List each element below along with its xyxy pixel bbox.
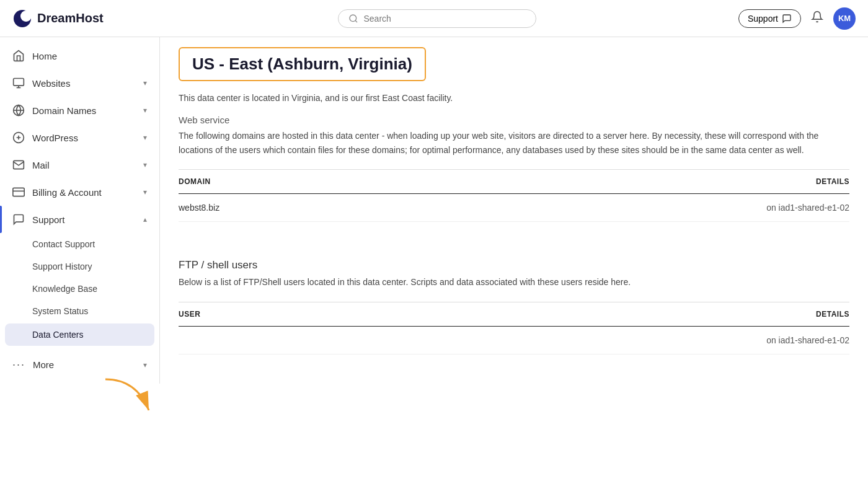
search-icon	[348, 14, 358, 24]
chevron-wordpress: ▾	[143, 133, 147, 142]
sidebar-item-more[interactable]: ··· More ▾	[0, 351, 159, 379]
label-system-status: System Status	[32, 306, 88, 316]
details-col-header: DETAILS	[816, 177, 849, 186]
chat-icon	[782, 14, 792, 24]
datacenter-description: This data center is located in Virginia,…	[179, 91, 849, 105]
sidebar-item-domain-names[interactable]: Domain Names ▾	[0, 97, 159, 124]
websites-icon	[12, 77, 25, 89]
svg-rect-4	[14, 79, 24, 86]
section-separator	[160, 240, 868, 259]
label-data-centers: Data Centers	[32, 330, 83, 340]
ftp-table: USER DETAILS on iad1-shared-e1-02	[179, 302, 849, 354]
sidebar-label-domain-names: Domain Names	[32, 105, 96, 116]
sidebar-item-support[interactable]: Support ▴	[0, 206, 159, 233]
header-search	[136, 9, 738, 28]
ftp-detail-value: on iad1-shared-e1-02	[766, 335, 849, 345]
logo-icon	[12, 9, 32, 29]
svg-line-3	[356, 20, 358, 22]
domain-table: DOMAIN DETAILS webst8.biz on iad1-shared…	[179, 169, 849, 222]
mail-icon	[12, 159, 25, 171]
main-content: US - East (Ashburn, Virginia) This data …	[160, 37, 868, 484]
home-icon	[12, 50, 25, 62]
header: DreamHost Support KM	[0, 0, 868, 37]
wordpress-icon	[12, 131, 25, 144]
label-support-history: Support History	[32, 262, 92, 271]
chevron-billing: ▾	[143, 188, 147, 196]
logo-area: DreamHost	[12, 9, 136, 29]
chevron-mail: ▾	[143, 161, 147, 169]
notifications-button[interactable]	[808, 8, 826, 29]
domain-col-header: DOMAIN	[179, 177, 211, 186]
user-col-header: USER	[179, 310, 200, 319]
sidebar-label-wordpress: WordPress	[32, 133, 78, 143]
support-label: Support	[748, 14, 778, 24]
sidebar-wrapper: Home Websites ▾ Domain Names ▾ WordPress…	[0, 37, 160, 484]
sidebar-label-websites: Websites	[32, 78, 70, 89]
domain-table-header: DOMAIN DETAILS	[179, 170, 849, 194]
sidebar-label-support: Support	[32, 214, 65, 225]
sidebar-label-home: Home	[32, 51, 57, 61]
sidebar-item-system-status[interactable]: System Status	[0, 300, 159, 322]
sidebar-label-more: More	[33, 359, 54, 370]
sidebar: Home Websites ▾ Domain Names ▾ WordPress…	[0, 37, 160, 384]
chevron-domain-names: ▾	[143, 106, 147, 115]
ftp-section-title: FTP / shell users	[179, 259, 849, 271]
sidebar-label-billing: Billing & Account	[32, 187, 102, 198]
support-nav-icon	[12, 213, 25, 226]
globe-icon	[12, 104, 25, 117]
svg-point-2	[350, 15, 356, 22]
ftp-section: FTP / shell users Below is a list of FTP…	[160, 259, 868, 372]
ftp-table-row: on iad1-shared-e1-02	[179, 327, 849, 354]
more-dots: ···	[12, 358, 25, 371]
label-contact-support: Contact Support	[32, 239, 95, 249]
chevron-websites: ▾	[143, 79, 147, 87]
page-title-box: US - East (Ashburn, Virginia)	[179, 47, 426, 81]
logo-text: DreamHost	[37, 11, 104, 25]
billing-icon	[12, 186, 25, 198]
chevron-more: ▾	[143, 361, 147, 369]
web-service-desc: The following domains are hosted in this…	[179, 129, 849, 157]
sidebar-item-contact-support[interactable]: Contact Support	[0, 233, 159, 255]
domain-value: webst8.biz	[179, 203, 219, 213]
bell-icon	[811, 11, 823, 23]
sidebar-item-support-history[interactable]: Support History	[0, 255, 159, 278]
table-row: webst8.biz on iad1-shared-e1-02	[179, 194, 849, 222]
page-title: US - East (Ashburn, Virginia)	[192, 55, 412, 74]
avatar[interactable]: KM	[833, 7, 856, 30]
sidebar-item-mail[interactable]: Mail ▾	[0, 151, 159, 178]
search-input[interactable]	[363, 14, 526, 24]
sidebar-item-wordpress[interactable]: WordPress ▾	[0, 124, 159, 151]
content-section: This data center is located in Virginia,…	[160, 91, 868, 240]
domain-detail: on iad1-shared-e1-02	[766, 203, 849, 213]
label-knowledge-base: Knowledge Base	[32, 284, 97, 294]
layout: Home Websites ▾ Domain Names ▾ WordPress…	[0, 37, 868, 484]
sidebar-item-websites[interactable]: Websites ▾	[0, 69, 159, 97]
chevron-support: ▴	[143, 215, 147, 224]
svg-point-1	[20, 11, 32, 22]
sidebar-item-billing[interactable]: Billing & Account ▾	[0, 178, 159, 206]
ftp-section-desc: Below is a list of FTP/Shell users locat…	[179, 275, 849, 289]
svg-rect-10	[13, 188, 24, 196]
sidebar-item-data-centers[interactable]: Data Centers	[5, 323, 154, 346]
ftp-table-header: USER DETAILS	[179, 302, 849, 327]
sidebar-label-mail: Mail	[32, 160, 50, 170]
sidebar-item-knowledge-base[interactable]: Knowledge Base	[0, 278, 159, 300]
support-button[interactable]: Support	[738, 9, 801, 28]
header-actions: Support KM	[738, 7, 856, 30]
sidebar-item-home[interactable]: Home	[0, 42, 159, 69]
search-box[interactable]	[338, 9, 536, 28]
ftp-details-col-header: DETAILS	[816, 310, 849, 319]
web-service-label: Web service	[179, 115, 849, 125]
